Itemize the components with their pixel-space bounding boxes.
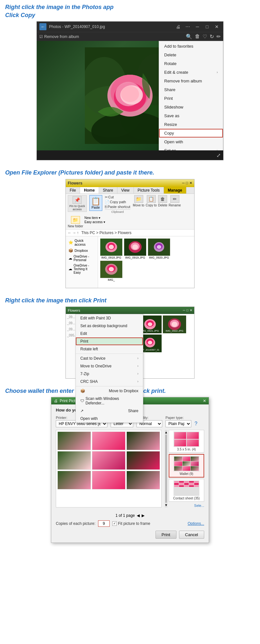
ctx2-crc-sha[interactable]: CRC SHA › [76, 378, 143, 385]
menu-open-with[interactable]: Open with [159, 137, 223, 146]
next-page-button[interactable]: ▶ [142, 513, 145, 518]
menu-edit-create[interactable]: Edit & create › [159, 68, 223, 77]
menu-resize[interactable]: Resize [159, 120, 223, 129]
options-link[interactable]: Options... [188, 521, 204, 526]
ctx2-open-with[interactable]: Open with [76, 415, 143, 422]
tab-share[interactable]: Share [99, 187, 117, 194]
explorer-content: ⭐ Quick access 📦 Dropbox ☁ OneDrive - Pe… [66, 236, 194, 288]
sidebar-item-quickaccess[interactable]: ⭐ Quick access [66, 238, 98, 247]
ctx2-set-desktop[interactable]: Set as desktop background [76, 322, 143, 330]
edit-icon[interactable]: ✏ [216, 33, 221, 40]
help-icon[interactable]: ? [195, 421, 197, 427]
file-name-0920: IMG_0920.JPG [149, 256, 169, 259]
forward-nav-button[interactable]: → [72, 231, 76, 235]
rotate-icon[interactable]: ↻ [210, 33, 214, 40]
menu-add-favorites[interactable]: Add to favorites [159, 42, 223, 51]
maximize-button[interactable]: □ [186, 181, 188, 185]
delete-button[interactable]: 🗑 Delete [158, 195, 167, 207]
preview-cell-4 [57, 451, 91, 470]
print-close-button[interactable]: ✕ [203, 399, 206, 403]
new-folder-button[interactable]: 📁 New folder [68, 216, 83, 228]
trash-icon[interactable]: 🗑 [195, 33, 200, 40]
menu-save-as[interactable]: Save as [159, 111, 223, 120]
minimize-button[interactable]: ─ [194, 23, 201, 31]
copy-to-button[interactable]: 📋 Copy to [145, 195, 156, 207]
fit-checkbox[interactable]: ✓ [112, 521, 117, 526]
cancel-button[interactable]: Cancel [179, 531, 204, 539]
up-nav-button[interactable]: ↑ [77, 231, 79, 235]
tab-manage[interactable]: Manage [164, 187, 186, 194]
tab-picture-tools[interactable]: Picture Tools [134, 187, 164, 194]
layout-wallet[interactable]: Wallet (9) [169, 454, 204, 478]
close-button[interactable]: ✕ [213, 23, 221, 31]
tab-home[interactable]: Home [80, 187, 99, 194]
heart-icon[interactable]: ♡ [203, 33, 207, 40]
menu-set-as[interactable]: Set as › [159, 146, 223, 150]
fullscreen-icon[interactable]: ⤢ [216, 152, 221, 158]
ctx2-rotate-left[interactable]: Rotate left [76, 345, 143, 353]
layout-3x5[interactable]: 3.5 x 5 in. (4) [169, 430, 204, 453]
print-main-area: ▲ ▼ 3.5 x 5 in. [56, 430, 204, 507]
cut-button[interactable]: ✂ Cut [105, 195, 130, 199]
zoom-icon[interactable]: 🔍 [186, 33, 192, 40]
ctx2-scan-defender[interactable]: 🛡Scan with Windows Defender... [76, 395, 143, 407]
menu-print[interactable]: Print [159, 94, 223, 103]
menu-share[interactable]: Share [159, 85, 223, 94]
tab-file[interactable]: File [66, 187, 80, 194]
ctx2-move-dropbox[interactable]: 📦Move to Dropbox [76, 387, 143, 395]
prev-page-button[interactable]: ◀ [137, 513, 140, 518]
ctx2-move-onedrive[interactable]: Move to OneDrive › [76, 362, 143, 370]
print-scroll[interactable]: ▲ ▼ [165, 430, 167, 507]
paste-button[interactable]: 📋 Paste [89, 195, 102, 211]
ctx2-minimize[interactable]: ─ [183, 308, 185, 312]
minimize-button[interactable]: ─ [182, 181, 185, 185]
tab-view[interactable]: View [117, 187, 134, 194]
pin-quick-access-button[interactable]: 📌 Pin to Quickaccess [69, 196, 85, 211]
print-icon[interactable]: 🖨 [174, 23, 182, 31]
more-icon[interactable]: ⋯ [184, 23, 192, 31]
menu-slideshow[interactable]: Slideshow [159, 103, 223, 111]
back-nav-button[interactable]: ← [68, 231, 72, 235]
close-button[interactable]: ✕ [189, 181, 192, 185]
ctx2-7zip[interactable]: 7-Zip › [76, 370, 143, 378]
sidebar-item-dropbox[interactable]: 📦 Dropbox [66, 247, 98, 254]
dropbox-icon: 📦 [80, 389, 85, 393]
ctx2-print[interactable]: Print [76, 337, 143, 345]
lc6 [174, 483, 179, 485]
file-item-0919[interactable]: IMG_0919.JPG [124, 238, 146, 259]
print-button[interactable]: Print [155, 531, 176, 539]
layout-contact[interactable]: Contact sheet (35) [169, 479, 204, 502]
copies-input[interactable] [98, 520, 110, 527]
menu-rotate[interactable]: Rotate [159, 59, 223, 68]
menu-delete[interactable]: Delete [159, 51, 223, 59]
rename-button[interactable]: ✏ Rename [169, 195, 181, 207]
easy-access-button[interactable]: Easy access ▾ [85, 220, 105, 224]
paste-shortcut-button[interactable]: ⎘ Paste shortcut [105, 205, 130, 209]
back-button[interactable]: ← [39, 23, 46, 30]
svg-text:IMG_0921.JPG: IMG_0921.JPG [141, 329, 159, 332]
ctx2-edit[interactable]: Edit [76, 330, 143, 337]
toolbar-remove[interactable]: ☑ Remove from album [39, 34, 79, 39]
select-link[interactable]: Sele... [169, 504, 204, 507]
preview-cell-5 [92, 451, 125, 470]
ctx2-maximize[interactable]: □ [186, 308, 188, 312]
move-to-button[interactable]: 📁 Move to [133, 195, 145, 207]
ctx2-cast[interactable]: Cast to Device › [76, 355, 143, 362]
file-item-extra[interactable]: IMG_ [100, 260, 123, 281]
menu-copy[interactable]: Copy [159, 129, 223, 137]
maximize-button[interactable]: □ [203, 23, 211, 31]
layout-cell [174, 466, 182, 471]
new-item-button[interactable]: New item ▾ [85, 216, 105, 220]
paste-label: Paste [92, 206, 100, 209]
file-item-0918[interactable]: IMG_0918.JPG [100, 238, 123, 259]
ctx2-close[interactable]: ✕ [190, 308, 192, 312]
sidebar-item-onedrive-teching[interactable]: ☁ OneDrive - Teching It Easy [66, 263, 98, 275]
file-item-0920[interactable]: IMG_0920.JPG [148, 238, 170, 259]
ctx2-edit-paint3d[interactable]: Edit with Paint 3D [76, 314, 143, 322]
paste-icon: 📋 [91, 197, 101, 206]
sidebar-item-onedrive-personal[interactable]: ☁ OneDrive - Personal [66, 254, 98, 263]
ctx2-share[interactable]: ↗Share [76, 407, 143, 415]
paper-type-select[interactable]: Plain Paper [165, 420, 191, 427]
copy-path-button[interactable]: 📄 Copy path [105, 200, 130, 204]
menu-remove-album[interactable]: Remove from album [159, 77, 223, 85]
